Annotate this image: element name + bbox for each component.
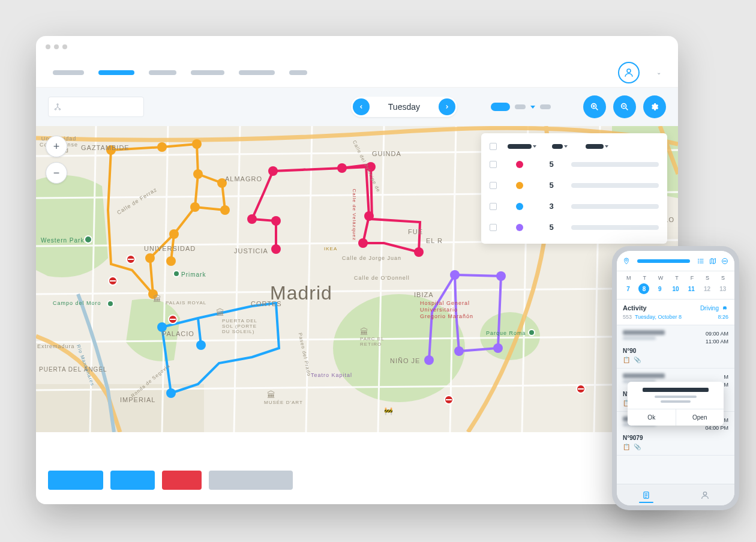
popup-ok-button[interactable]: Ok — [628, 409, 676, 426]
svg-point-2 — [55, 109, 56, 110]
search-input[interactable] — [48, 97, 144, 117]
svg-point-53 — [703, 492, 706, 495]
no-entry-icon — [576, 384, 586, 394]
phone-list-item[interactable]: 09:00 AM11:00 AMN°90📋📎 — [617, 325, 734, 369]
prev-day-button[interactable] — [353, 98, 370, 115]
nav-item[interactable] — [53, 70, 84, 75]
svg-point-37 — [496, 271, 506, 281]
svg-point-14 — [358, 238, 368, 248]
route-checkbox[interactable] — [490, 161, 497, 168]
tab-list[interactable] — [617, 484, 676, 505]
date-cell[interactable]: 10 — [670, 283, 681, 294]
filter-pill — [491, 103, 510, 111]
routes-panel: 5535 — [481, 133, 667, 244]
svg-point-42 — [698, 259, 699, 259]
map-area-label: FUE — [408, 228, 423, 235]
nav-item[interactable] — [289, 70, 307, 75]
poi-dot — [107, 300, 114, 307]
date-cell[interactable]: 11 — [686, 283, 697, 294]
tab-profile[interactable] — [676, 484, 734, 505]
svg-point-46 — [724, 260, 724, 261]
zoom-out-button[interactable] — [613, 95, 636, 118]
phone-mockup: MTWTFSS 78910111213 Activity Driving 553… — [612, 246, 739, 510]
toolbar: Tuesday — [36, 88, 678, 126]
route-row[interactable]: 5 — [481, 175, 667, 196]
date-cell[interactable]: 12 — [702, 283, 713, 294]
footer-button-disabled — [209, 471, 293, 490]
more-icon[interactable] — [721, 257, 728, 265]
window-controls — [36, 36, 678, 58]
date-cell[interactable]: 8 — [638, 283, 649, 294]
route-checkbox[interactable] — [490, 182, 497, 189]
map-area-label: EL R — [426, 237, 443, 244]
svg-point-13 — [364, 211, 374, 221]
svg-point-31 — [196, 340, 206, 350]
svg-point-36 — [493, 343, 503, 353]
route-checkbox[interactable] — [490, 224, 497, 231]
day-letter: T — [675, 275, 679, 281]
no-entry-icon — [168, 315, 178, 324]
route-bar — [571, 183, 659, 188]
svg-point-10 — [268, 166, 278, 176]
window-dot — [62, 44, 67, 49]
day-letter: F — [691, 275, 694, 281]
building-icon: 🏛 — [267, 390, 275, 400]
popup-text — [661, 400, 691, 403]
map-street: Calle de Jorge Juan — [342, 255, 401, 261]
map[interactable]: GAZTAMBIDE ALMAGRO GUINDA QUINTANA UNIVE… — [36, 126, 678, 432]
route-row[interactable]: 5 — [481, 217, 667, 238]
phone-activity-section: Activity Driving 553 Tuesday, October 8 … — [617, 300, 734, 325]
route-checkbox[interactable] — [490, 203, 497, 210]
map-icon[interactable] — [709, 257, 716, 265]
next-day-button[interactable] — [439, 98, 455, 115]
route-row[interactable]: 3 — [481, 196, 667, 217]
activity-time: 8:26 — [718, 314, 728, 320]
clipboard-icon — [641, 490, 651, 500]
settings-button[interactable] — [643, 95, 666, 118]
svg-point-28 — [145, 253, 155, 263]
map-poi: Teatro Kapital — [311, 372, 352, 378]
chevron-down-icon[interactable]: ⌄ — [656, 69, 661, 76]
zoom-in-button[interactable] — [583, 95, 606, 118]
date-cell[interactable]: 13 — [718, 283, 728, 294]
user-avatar[interactable] — [618, 62, 640, 83]
footer-button-delete[interactable] — [162, 471, 202, 490]
phone-day-labels: MTWTFSS — [617, 271, 734, 282]
footer-button-2[interactable] — [110, 471, 155, 490]
footer-button-1[interactable] — [48, 471, 103, 490]
map-poi: Western Park — [41, 237, 84, 244]
building-icon: 🏛 — [216, 308, 224, 318]
select-all-checkbox[interactable] — [490, 143, 497, 150]
route-row[interactable]: 5 — [481, 154, 667, 175]
caret-down-icon — [530, 106, 535, 109]
map-zoom-in[interactable]: + — [46, 136, 67, 157]
filter-dash — [540, 104, 551, 109]
list-icon[interactable] — [697, 257, 704, 265]
date-cell[interactable]: 7 — [623, 283, 634, 294]
date-cell[interactable]: 9 — [655, 283, 665, 294]
item-ref: N°9079 — [623, 435, 728, 441]
map-area-label: IBIZA — [414, 291, 434, 298]
svg-point-0 — [627, 69, 631, 73]
map-area-label: NIÑO JE — [390, 357, 420, 364]
building-icon: 🏛 — [360, 327, 368, 337]
map-hospital: Hospital General Universitario Gregorio … — [420, 300, 473, 319]
map-poi: Parque Roma — [486, 330, 526, 336]
popup-open-button[interactable]: Open — [676, 409, 724, 426]
svg-point-23 — [190, 202, 200, 212]
map-zoom-out[interactable]: − — [46, 162, 67, 184]
map-area-label: PALACIO — [162, 330, 194, 337]
svg-point-48 — [726, 260, 727, 261]
driving-label[interactable]: Driving — [700, 305, 728, 312]
nav-item[interactable] — [191, 70, 224, 75]
svg-point-43 — [698, 260, 699, 261]
calendar-icon: 📋 — [623, 444, 630, 450]
nav-item[interactable] — [149, 70, 176, 75]
nav-item-active[interactable] — [98, 70, 134, 75]
phone-header — [617, 251, 734, 271]
map-street: Calle de O'Donnell — [354, 275, 410, 281]
day-label: Tuesday — [371, 102, 437, 112]
nav-item[interactable] — [239, 70, 275, 75]
filter-group[interactable] — [491, 103, 551, 111]
svg-point-17 — [271, 216, 281, 226]
